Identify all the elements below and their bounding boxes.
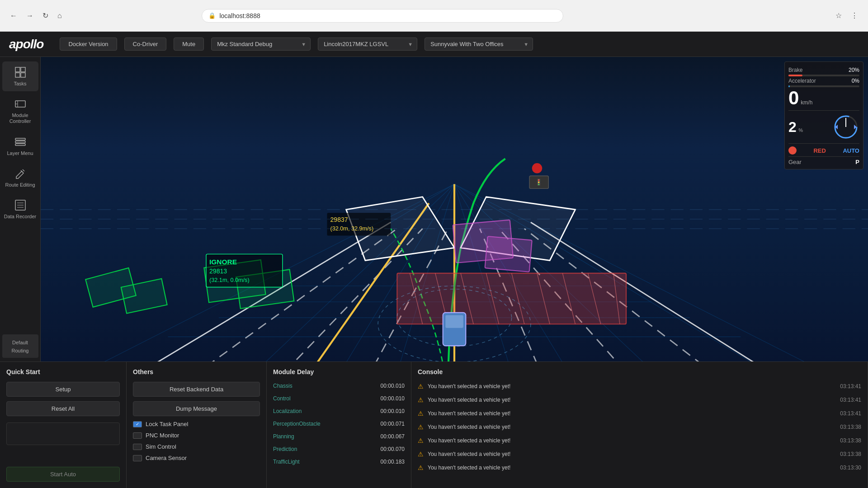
app-header: apollo Docker Version Co-Driver Mute Mkz… (0, 32, 868, 57)
vehicle-select[interactable]: Lincoln2017MKZ LGSVL (318, 38, 417, 51)
delay-chassis-value: 00:00.010 (381, 383, 405, 389)
pnc-monitor-checkbox[interactable] (133, 432, 142, 439)
brake-label: Brake (788, 67, 802, 73)
reload-button[interactable]: ↻ (40, 9, 51, 22)
brake-progress-bar (788, 75, 859, 76)
main-content: Tasks Module Controller (0, 57, 868, 361)
gear-section: Gear P (788, 156, 859, 165)
svg-rect-3 (21, 73, 25, 77)
sidebar-item-layer-menu[interactable]: Layer Menu (2, 131, 38, 161)
accel-value: 0% (852, 78, 859, 84)
svg-text:29837: 29837 (330, 216, 348, 223)
setup-button[interactable]: Setup (6, 382, 120, 397)
console-warn-icon-5: ⚠ (418, 450, 425, 458)
sidebar-recorder-label: Data Recorder (4, 214, 37, 220)
sidebar-item-data-recorder[interactable]: Data Recorder (2, 194, 38, 224)
console-msg-1: You haven't selected a vehicle yet! (428, 397, 836, 403)
map-select[interactable]: Sunnyvale With Two Offices (425, 38, 533, 51)
svg-rect-8 (15, 141, 25, 143)
gauge-value-group: 2 % (788, 119, 803, 136)
menu-button[interactable]: ⋮ (848, 9, 861, 22)
svg-rect-0 (15, 67, 20, 72)
sim-control-checkbox[interactable] (133, 444, 142, 450)
accel-row: Accelerator 0% (788, 78, 859, 84)
lock-task-check: ✓ (136, 422, 139, 427)
console-row-0: ⚠ You haven't selected a vehicle yet! 03… (418, 382, 861, 391)
mute-button[interactable]: Mute (174, 38, 204, 51)
gear-value: P (855, 159, 859, 165)
docker-version-button[interactable]: Docker Version (60, 38, 117, 51)
console-warn-icon-0: ⚠ (418, 383, 425, 390)
console-row-1: ⚠ You haven't selected a vehicle yet! 03… (418, 395, 861, 404)
svg-text:🚦: 🚦 (535, 178, 543, 186)
status-indicator-dot (788, 146, 797, 155)
sim-control-row[interactable]: Sim Control (133, 443, 260, 450)
layer-menu-icon (14, 136, 27, 148)
console-time-0: 03:13:41 (839, 383, 861, 389)
svg-rect-43 (485, 236, 532, 272)
delay-prediction-name: Prediction (273, 446, 297, 452)
console-msg-4: You haven't selected a vehicle yet! (428, 437, 836, 444)
console-panel: Console ⚠ You haven't selected a vehicle… (411, 362, 868, 488)
delay-control-name: Control (273, 395, 291, 402)
console-msg-0: You haven't selected a vehicle yet! (428, 383, 836, 389)
delay-chassis: Chassis 00:00.010 (273, 382, 405, 390)
console-row-3: ⚠ You haven't selected a vehicle yet! 03… (418, 422, 861, 432)
delay-localization-value: 00:00.010 (381, 408, 405, 414)
svg-text:IGNORE: IGNORE (209, 258, 237, 266)
back-button[interactable]: ← (7, 10, 20, 22)
pnc-monitor-label: PNC Monitor (146, 432, 179, 439)
svg-rect-55 (445, 315, 463, 328)
console-warn-icon-1: ⚠ (418, 396, 425, 404)
home-button[interactable]: ⌂ (55, 10, 65, 22)
mode-select[interactable]: Mkz Standard Debug (211, 38, 311, 51)
console-warn-icon-4: ⚠ (418, 437, 425, 444)
browser-actions: ☆ ⋮ (833, 9, 861, 22)
start-auto-button[interactable]: Start Auto (6, 467, 120, 482)
lock-task-checkbox[interactable]: ✓ (133, 421, 142, 427)
reset-backend-button[interactable]: Reset Backend Data (133, 382, 260, 397)
module-controller-icon (14, 98, 27, 110)
pnc-monitor-row[interactable]: PNC Monitor (133, 432, 260, 439)
steering-gauge (832, 113, 859, 141)
accel-label: Accelerator (788, 78, 816, 84)
sidebar-default-routing[interactable]: Default Routing (2, 334, 38, 358)
route-editing-icon (14, 167, 27, 180)
sidebar-item-module-controller[interactable]: Module Controller (2, 93, 38, 129)
sidebar: Tasks Module Controller (0, 57, 41, 361)
bookmark-button[interactable]: ☆ (833, 9, 844, 22)
hud-panel: Brake 20% Accelerator 0% 0 km/h (784, 61, 863, 169)
sidebar-tasks-label: Tasks (14, 81, 26, 87)
console-time-2: 03:13:41 (839, 410, 861, 417)
camera-sensor-checkbox[interactable] (133, 455, 142, 461)
app-container: apollo Docker Version Co-Driver Mute Mkz… (0, 32, 868, 488)
sidebar-item-route-editing[interactable]: Route Editing (2, 163, 38, 192)
console-time-6: 03:13:30 (839, 465, 861, 471)
forward-button[interactable]: → (24, 10, 36, 22)
dump-message-button[interactable]: Dump Message (133, 401, 260, 416)
map-svg: 🚦 29837 (32.0m, 32.9m/s) IGNORE (41, 57, 868, 361)
lock-task-panel-row[interactable]: ✓ Lock Task Panel (133, 421, 260, 427)
console-row-5: ⚠ You haven't selected a vehicle yet! 03… (418, 450, 861, 459)
map-visualization[interactable]: 🚦 29837 (32.0m, 32.9m/s) IGNORE (41, 57, 868, 361)
delay-prediction: Prediction 00:00.070 (273, 445, 405, 453)
quick-start-panel: Quick Start Setup Reset All Start Auto (0, 362, 127, 488)
start-auto-area (6, 422, 120, 445)
steering-unit: % (798, 127, 803, 133)
quick-start-title: Quick Start (6, 368, 120, 375)
speed-unit: km/h (801, 99, 812, 106)
vehicle-select-wrapper: Lincoln2017MKZ LGSVL ▼ (318, 38, 417, 51)
address-bar[interactable]: 🔒 localhost:8888 (202, 9, 563, 23)
data-recorder-icon (14, 199, 27, 211)
co-driver-button[interactable]: Co-Driver (124, 38, 167, 51)
camera-sensor-row[interactable]: Camera Sensor (133, 455, 260, 461)
sidebar-item-tasks[interactable]: Tasks (2, 61, 38, 91)
console-time-4: 03:13:38 (839, 437, 861, 444)
lock-task-label: Lock Task Panel (146, 421, 188, 427)
console-warn-icon-2: ⚠ (418, 410, 425, 417)
bottom-panel: Quick Start Setup Reset All Start Auto O… (0, 361, 868, 488)
mode-select-wrapper: Mkz Standard Debug ▼ (211, 38, 311, 51)
console-warn-icon-6: ⚠ (418, 464, 425, 471)
sidebar-route-label: Route Editing (5, 182, 35, 188)
reset-all-button[interactable]: Reset All (6, 401, 120, 416)
